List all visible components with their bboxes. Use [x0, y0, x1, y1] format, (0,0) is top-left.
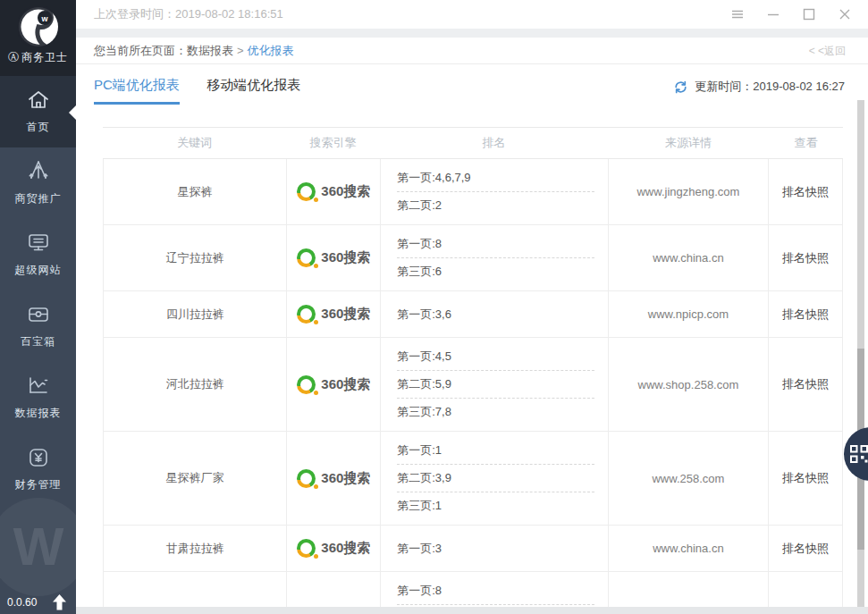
svg-text:w: w [40, 14, 48, 23]
keyword-cell: 四川拉拉裤 [104, 291, 286, 337]
minimize-icon[interactable] [755, 0, 791, 29]
sidebar-item-finance[interactable]: 财务管理 [0, 433, 76, 505]
sidebar-item-toolbox[interactable]: 百宝箱 [0, 290, 76, 362]
menu-icon[interactable] [720, 0, 755, 29]
brand-badge-icon: Ⓐ [8, 51, 20, 63]
sidebar-item-label: 超级网站 [0, 263, 76, 278]
breadcrumb-parent[interactable]: 数据报表 [187, 44, 233, 57]
keyword-text: 星探裤 [178, 184, 213, 200]
keyword-text: 甘肃拉拉裤 [166, 541, 224, 557]
view-cell: 排名快照 [768, 159, 842, 224]
rank-line: 第一页:3,6 [397, 301, 594, 328]
update-info: 更新时间：2019-08-02 16:27 [673, 79, 845, 95]
table-row: 星探裤 360搜索 第一页:4,6,7,9第二页:2 www.jingzheng… [104, 159, 842, 225]
rank-snapshot-link[interactable]: 排名快照 [782, 250, 829, 266]
header-keyword: 关键词 [103, 135, 286, 151]
rank-snapshot-link[interactable]: 排名快照 [782, 541, 829, 557]
source-cell: www.shop.258.com [608, 338, 769, 431]
sidebar-item-home[interactable]: 首页 [0, 76, 76, 147]
sidebar-item-website[interactable]: 超级网站 [0, 219, 76, 290]
main-content: 您当前所在页面：数据报表>优化报表 < <返回 PC端优化报表 移动端优化报表 … [76, 38, 868, 614]
360-search-logo-icon [297, 182, 316, 201]
sidebar-item-label: 百宝箱 [0, 334, 76, 349]
engine-cell: 360搜索 [286, 338, 380, 431]
breadcrumb-current[interactable]: 优化报表 [248, 44, 294, 57]
version-label: 0.0.60 [7, 596, 37, 609]
view-cell: 排名快照 [768, 338, 842, 431]
header-rank: 排名 [380, 135, 608, 151]
rank-line: 第一页:3 [397, 535, 594, 562]
finance-icon [0, 445, 76, 472]
source-url: www.npicp.com [648, 307, 729, 321]
home-icon [0, 88, 76, 114]
sidebar: w Ⓐ商务卫士 首页 商贸推广 超级网站 [0, 0, 76, 614]
website-icon [0, 231, 76, 257]
engine-cell: 360搜索 [286, 291, 380, 337]
keyword-text: 四川拉拉裤 [166, 307, 224, 323]
rank-cell: 第一页:3 [380, 526, 607, 571]
header-engine: 搜索引擎 [286, 135, 380, 151]
tab-mobile-report[interactable]: 移动端优化报表 [206, 77, 300, 102]
rank-snapshot-link[interactable]: 排名快照 [782, 470, 829, 486]
table-body: 星探裤 360搜索 第一页:4,6,7,9第二页:2 www.jingzheng… [103, 159, 843, 614]
rank-line: 第一页:4,6,7,9 [397, 164, 594, 191]
keyword-text: 辽宁拉拉裤 [166, 250, 224, 266]
logo-area: w Ⓐ商务卫士 [0, 0, 76, 76]
sidebar-item-label: 首页 [0, 120, 76, 135]
rank-snapshot-link[interactable]: 排名快照 [782, 376, 829, 392]
table-row: 四川拉拉裤 360搜索 第一页:3,6 www.npicp.com 排名快照 [104, 291, 842, 338]
rank-line: 第一页:8 [397, 231, 594, 257]
sidebar-item-label: 数据报表 [0, 406, 76, 421]
keyword-cell: 甘肃拉拉裤 [104, 526, 286, 571]
360-search-logo-icon [297, 248, 316, 267]
close-icon[interactable] [827, 0, 863, 29]
header-source: 来源详情 [608, 135, 769, 151]
360-search-logo-icon [297, 539, 316, 558]
sidebar-item-data-report[interactable]: 数据报表 [0, 362, 76, 433]
tab-pc-report[interactable]: PC端优化报表 [94, 77, 180, 105]
header-view: 查看 [769, 135, 843, 151]
maximize-icon[interactable] [791, 0, 827, 29]
rank-snapshot-link[interactable]: 排名快照 [782, 184, 829, 200]
keyword-cell: 星探裤厂家 [104, 432, 286, 525]
rank-line: 第一页:1 [397, 437, 594, 464]
back-link[interactable]: < <返回 [809, 38, 846, 64]
view-cell: 排名快照 [768, 225, 842, 290]
table-row: 星探裤厂家 360搜索 第一页:1第二页:3,9第三页:1 www.258.co… [104, 432, 842, 526]
source-url: www.china.cn [653, 542, 723, 555]
source-url: www.shop.258.com [638, 378, 739, 391]
brand-name: 商务卫士 [21, 51, 68, 63]
rank-line: 第三页:7,8 [397, 398, 594, 425]
scroll-top-button[interactable] [52, 594, 67, 610]
360-search-logo-icon [297, 469, 316, 488]
view-cell: 排名快照 [768, 291, 842, 337]
table-row: 河北拉拉裤 360搜索 第一页:4,5第二页:5,9第三页:7,8 www.sh… [104, 338, 842, 432]
rank-line: 第二页:5,9 [397, 370, 594, 398]
rank-cell: 第一页:1第二页:3,9第三页:1 [380, 432, 607, 525]
keyword-cell: 星探裤 [104, 159, 286, 224]
rank-snapshot-link[interactable]: 排名快照 [782, 307, 829, 323]
source-cell: www.jingzheng.com [608, 159, 769, 224]
source-url: www.china.cn [653, 251, 723, 265]
rank-cell: 第一页:3,6 [380, 291, 607, 337]
360-search-logo-icon [297, 305, 316, 324]
rank-line: 第一页:4,5 [397, 343, 594, 370]
sidebar-item-promotion[interactable]: 商贸推广 [0, 147, 76, 219]
sidebar-item-label: 财务管理 [0, 477, 76, 492]
table-header: 关键词 搜索引擎 排名 来源详情 查看 [103, 127, 843, 159]
keyword-cell: 河北拉拉裤 [104, 338, 286, 431]
watermark-logo: W [0, 498, 88, 596]
keyword-text: 河北拉拉裤 [166, 376, 224, 392]
report-icon [0, 374, 76, 400]
engine-name: 360搜索 [321, 249, 370, 266]
vertical-scrollbar[interactable] [857, 100, 864, 614]
rank-cell: 第一页:8第三页:6 [380, 225, 607, 290]
refresh-icon[interactable] [673, 80, 688, 95]
title-bar: 上次登录时间：2019-08-02 18:16:51 [76, 0, 868, 29]
source-cell: www.china.cn [608, 225, 769, 290]
engine-name: 360搜索 [321, 540, 370, 557]
sidebar-item-label: 商贸推广 [0, 191, 76, 206]
source-cell: www.258.com [608, 432, 769, 525]
last-login-text: 上次登录时间：2019-08-02 18:16:51 [94, 0, 283, 29]
engine-name: 360搜索 [321, 306, 370, 323]
